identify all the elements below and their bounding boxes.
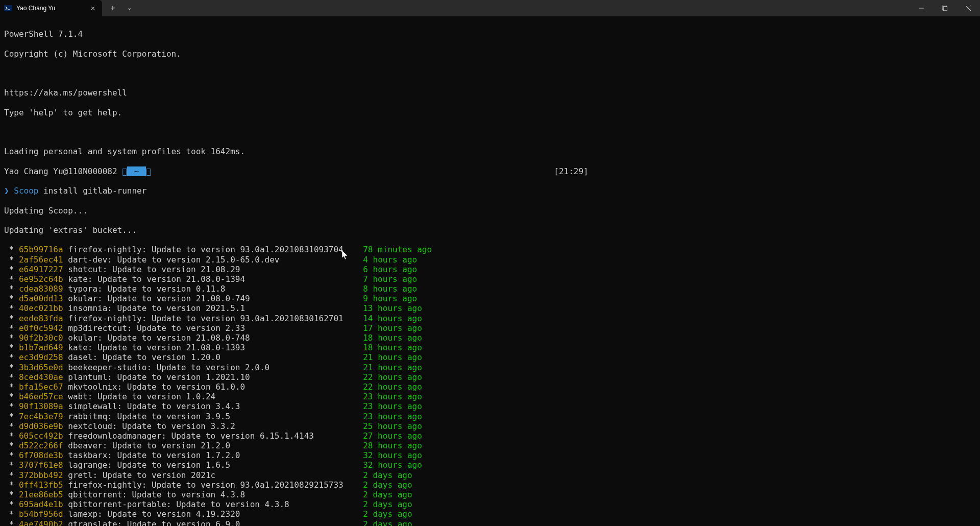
- commit-age: 8 hours ago: [363, 284, 417, 294]
- tab-strip: Yao Chang Yu ✕ + ⌄: [0, 0, 137, 16]
- commit-age: 23 hours ago: [363, 401, 422, 411]
- commit-age: 18 hours ago: [363, 333, 422, 343]
- commit-line: * 4ae7490b2 qtranslate: Update to versio…: [4, 519, 976, 526]
- commit-age: 4 hours ago: [363, 255, 417, 265]
- commit-line: * eede83fda firefox-nightly: Update to v…: [4, 314, 976, 323]
- header-line: PowerShell 7.1.4: [4, 29, 976, 39]
- commit-message: rabbitmq: Update to version 3.9.5: [68, 412, 230, 421]
- commit-age: 2 days ago: [363, 490, 412, 499]
- commit-hash: 6f708de3b: [19, 450, 63, 460]
- commit-age: 25 hours ago: [363, 421, 422, 431]
- commit-hash: ec3d9d258: [19, 352, 63, 362]
- commit-line: * 605cc492b freedownloadmanager: Update …: [4, 431, 976, 441]
- commit-age: 13 hours ago: [363, 303, 422, 313]
- powershell-icon: [4, 4, 12, 12]
- commit-hash: e64917227: [19, 265, 63, 274]
- commit-line: * bfa15ec67 mkvtoolnix: Update to versio…: [4, 382, 976, 392]
- commit-hash: 21ee86eb5: [19, 490, 63, 499]
- commit-message: insomnia: Update to version 2021.5.1: [68, 303, 245, 313]
- commit-line: * ec3d9d258 dasel: Update to version 1.2…: [4, 352, 976, 362]
- commit-hash: 6e952c64b: [19, 274, 63, 284]
- commit-line: * 0ff413fb5 firefox-nightly: Update to v…: [4, 480, 976, 490]
- commit-hash: eede83fda: [19, 314, 63, 323]
- commit-age: 2 days ago: [363, 499, 412, 509]
- maximize-button[interactable]: [933, 0, 957, 16]
- commit-message: freedownloadmanager: Update to version 6…: [68, 431, 314, 441]
- commit-age: 2 days ago: [363, 509, 412, 519]
- commit-age: 28 hours ago: [363, 441, 422, 450]
- commit-hash: d9d036e9b: [19, 421, 63, 431]
- commit-hash: 90f13089a: [19, 401, 63, 411]
- commit-hash: 40ec021bb: [19, 303, 63, 313]
- commit-message: kate: Update to version 21.08.0-1393: [68, 343, 245, 352]
- header-line: Copyright (c) Microsoft Corporation.: [4, 49, 976, 59]
- blank-line: [4, 68, 976, 78]
- commit-hash: 4ae7490b2: [19, 519, 63, 526]
- commit-hash: 695ad4e1b: [19, 499, 63, 509]
- header-line: Type 'help' to get help.: [4, 108, 976, 117]
- commit-age: 14 hours ago: [363, 314, 422, 323]
- command-args: install gitlab-runner: [38, 186, 146, 196]
- commit-message: shotcut: Update to version 21.08.29: [68, 265, 240, 274]
- commit-line: * 372bbb492 gretl: Update to version 202…: [4, 470, 976, 480]
- new-tab-button[interactable]: +: [105, 0, 120, 16]
- commit-age: 23 hours ago: [363, 392, 422, 401]
- commit-line: * b46ed57ce wabt: Update to version 1.0.…: [4, 392, 976, 401]
- commit-hash: 65b99716a: [19, 245, 63, 254]
- output-line: Updating Scoop...: [4, 206, 976, 216]
- terminal-output[interactable]: PowerShell 7.1.4 Copyright (c) Microsoft…: [0, 16, 980, 526]
- commit-message: mkvtoolnix: Update to version 61.0.0: [68, 382, 245, 392]
- commit-age: 27 hours ago: [363, 431, 422, 441]
- minimize-button[interactable]: [910, 0, 933, 16]
- tab-close-button[interactable]: ✕: [89, 4, 97, 12]
- commit-hash: b46ed57ce: [19, 392, 63, 401]
- commit-hash: 3707f61e8: [19, 460, 63, 470]
- commit-message: simplewall: Update to version 3.4.3: [68, 401, 240, 411]
- commit-line: * d9d036e9b nextcloud: Update to version…: [4, 421, 976, 431]
- commit-hash: d5a00dd13: [19, 294, 63, 303]
- commit-age: 2 days ago: [363, 519, 412, 526]
- tab-dropdown-button[interactable]: ⌄: [121, 0, 137, 16]
- commit-message: kate: Update to version 21.08.0-1394: [68, 274, 245, 284]
- commit-line: * b54bf956d lamexp: Update to version 4.…: [4, 509, 976, 519]
- window-controls: [910, 0, 980, 16]
- commit-line: * e64917227 shotcut: Update to version 2…: [4, 265, 976, 274]
- tab-active[interactable]: Yao Chang Yu ✕: [0, 0, 102, 16]
- commit-line: * 2af56ec41 dart-dev: Update to version …: [4, 255, 976, 265]
- powerline-arrow-icon: : [122, 166, 127, 176]
- commit-message: wabt: Update to version 1.0.24: [68, 392, 215, 401]
- commit-message: dbeaver: Update to version 21.2.0: [68, 441, 230, 450]
- prompt-line: Yao Chang Yu@110N000082  ~  [21:29]: [4, 166, 976, 176]
- commit-line: * e0f0c5942 mp3directcut: Update to vers…: [4, 323, 976, 333]
- blank-line: [4, 127, 976, 137]
- commit-hash: 7ec4b3e79: [19, 412, 63, 421]
- commit-message: okular: Update to version 21.08.0-749: [68, 294, 250, 303]
- commit-age: 2 days ago: [363, 480, 412, 490]
- commit-line: * 8ced430ae plantuml: Update to version …: [4, 372, 976, 382]
- commit-message: gretl: Update to version 2021c: [68, 470, 215, 480]
- commit-line: * 65b99716a firefox-nightly: Update to v…: [4, 245, 976, 254]
- commit-message: qbittorrent-portable: Update to version …: [68, 499, 289, 509]
- header-line: Loading personal and system profiles too…: [4, 147, 976, 156]
- commit-line: * 21ee86eb5 qbittorrent: Update to versi…: [4, 490, 976, 499]
- commit-hash: bfa15ec67: [19, 382, 63, 392]
- commit-line: * 3b3d65e0d beekeeper-studio: Update to …: [4, 363, 976, 372]
- commit-message: dart-dev: Update to version 2.15.0-65.0.…: [68, 255, 279, 265]
- commit-hash: 90f2b30c0: [19, 333, 63, 343]
- commit-message: typora: Update to version 0.11.8: [68, 284, 225, 294]
- commit-line: * 695ad4e1b qbittorrent-portable: Update…: [4, 499, 976, 509]
- command-name: Scoop: [14, 186, 38, 196]
- tab-title: Yao Chang Yu: [16, 5, 85, 12]
- commit-line: * 6f708de3b taskbarx: Update to version …: [4, 450, 976, 460]
- commit-age: 22 hours ago: [363, 372, 422, 382]
- commit-hash: d522c266f: [19, 441, 63, 450]
- commit-line: * 90f13089a simplewall: Update to versio…: [4, 401, 976, 411]
- commit-message: dasel: Update to version 1.20.0: [68, 352, 220, 362]
- commit-hash: 372bbb492: [19, 470, 63, 480]
- commit-line: * 7ec4b3e79 rabbitmq: Update to version …: [4, 412, 976, 421]
- commit-message: okular: Update to version 21.08.0-748: [68, 333, 250, 343]
- commit-hash: b54bf956d: [19, 509, 63, 519]
- close-button[interactable]: [957, 0, 980, 16]
- header-line: https://aka.ms/powershell: [4, 88, 976, 98]
- commit-message: taskbarx: Update to version 1.7.2.0: [68, 450, 240, 460]
